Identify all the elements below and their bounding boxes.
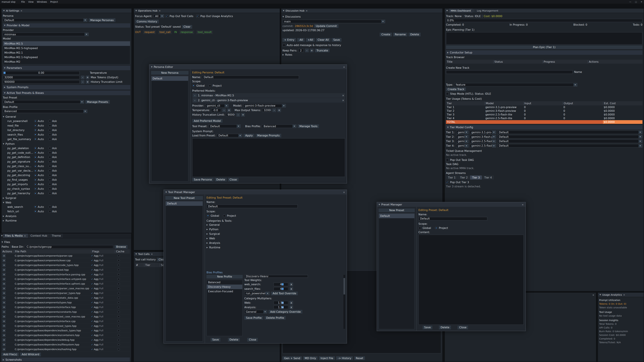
tier-persona-select[interactable]: Default▼: [497, 139, 642, 143]
remove-override-button[interactable]: x: [290, 305, 293, 309]
tier-model-select[interactable]: gemini-3-flash-preview▼: [470, 135, 496, 139]
comms-history-button[interactable]: Comms History: [135, 19, 159, 23]
apply-button[interactable]: Apply: [244, 134, 254, 137]
remove-file-button[interactable]: x: [2, 292, 6, 295]
pop-out-tool-calls-checkbox[interactable]: [166, 15, 168, 17]
ask-radio[interactable]: [48, 133, 51, 136]
max-output-input[interactable]: 32000: [262, 108, 271, 112]
epic-planning-input[interactable]: [446, 32, 642, 44]
cache-toggle[interactable]: [118, 259, 120, 262]
increment-button[interactable]: +: [86, 80, 90, 84]
collapse-arrow-icon[interactable]: ▼: [165, 191, 167, 193]
close-icon[interactable]: ×: [623, 293, 625, 296]
composer-button[interactable]: Reset: [354, 356, 365, 360]
agg-flag[interactable]: Agg: [94, 339, 98, 341]
scope-global-radio[interactable]: [206, 214, 209, 217]
remove-file-button[interactable]: x: [2, 343, 6, 346]
column-header[interactable]: Tier: [144, 264, 160, 267]
paths-label[interactable]: Paths: [2, 245, 9, 248]
tree-arrow-icon[interactable]: ▼: [282, 15, 284, 18]
agg-flag[interactable]: Agg: [94, 269, 98, 271]
full-flag[interactable]: Full: [99, 287, 103, 290]
column-header[interactable]: Status: [493, 60, 542, 63]
auto-radio[interactable]: [34, 120, 37, 122]
provider-select[interactable]: minimax ▼: [3, 32, 89, 36]
decrement-button[interactable]: -: [305, 49, 309, 52]
manage-prompts-button[interactable]: Manage Prompts: [256, 134, 281, 137]
ask-radio[interactable]: [48, 174, 51, 177]
remove-file-button[interactable]: x: [2, 348, 6, 351]
full-flag[interactable]: Full: [99, 254, 103, 257]
collapse-arrow-icon[interactable]: ▼: [4, 24, 5, 26]
cache-toggle[interactable]: [118, 339, 120, 341]
close-icon[interactable]: ×: [343, 65, 345, 68]
add-preferred-model-button[interactable]: Add Preferred Model: [192, 119, 222, 123]
delete-persona-button[interactable]: Delete: [215, 178, 227, 182]
auto-radio[interactable]: [34, 187, 37, 190]
model-select[interactable]: gemini-3-flash-preview ▼: [243, 104, 286, 108]
preset-list[interactable]: Default: [378, 213, 415, 329]
column-header[interactable]: Sc: [160, 264, 164, 267]
column-header[interactable]: File Path: [14, 250, 91, 253]
tree-arrow-icon[interactable]: ▶: [206, 228, 208, 230]
column-header[interactable]: Flags: [91, 250, 115, 253]
tree-arrow-icon[interactable]: ▶: [206, 233, 208, 235]
override-slider[interactable]: 4: [274, 287, 288, 291]
full-flag[interactable]: Full: [99, 325, 103, 327]
category-node-runtime[interactable]: ▶Runtime: [206, 245, 345, 249]
collapse-arrow-icon[interactable]: ▼: [446, 9, 448, 12]
cache-toggle[interactable]: [118, 334, 120, 337]
create-track-button[interactable]: Create Track: [446, 87, 466, 91]
persona-list[interactable]: Default: [151, 76, 188, 182]
agg-flag[interactable]: Agg: [94, 329, 98, 332]
cache-toggle[interactable]: [118, 325, 120, 327]
remove-file-button[interactable]: x: [2, 306, 6, 309]
remove-file-button[interactable]: x: [2, 315, 6, 318]
column-header[interactable]: Tier: [446, 102, 484, 105]
close-icon[interactable]: ×: [522, 203, 524, 206]
model-option[interactable]: MiniMax-M2.5-highspeed: [3, 46, 130, 50]
agg-flag[interactable]: Agg: [94, 297, 98, 299]
collapse-arrow-icon[interactable]: ▼: [447, 126, 448, 128]
system-prompts-section-header[interactable]: ▶ System Prompts: [3, 85, 130, 89]
tier-model-select[interactable]: gemini-2.5-flash-lite▼: [470, 144, 496, 148]
operations-hub-header[interactable]: ▼ Operations Hub ×: [134, 8, 280, 13]
remove-file-button[interactable]: x: [2, 254, 6, 257]
category-node-python[interactable]: ▶Python: [206, 227, 345, 231]
truncate-button[interactable]: Truncate: [315, 49, 330, 52]
close-dialog-button[interactable]: Close: [228, 178, 238, 182]
ask-radio[interactable]: [48, 210, 51, 213]
close-icon[interactable]: ×: [24, 234, 26, 237]
reorder-button[interactable]: -: [193, 94, 197, 97]
auto-radio[interactable]: [34, 147, 37, 150]
stream-tab-tier-4[interactable]: Tier 4: [482, 175, 494, 179]
ai-settings-header[interactable]: ▼ AI Settings ×: [2, 8, 132, 13]
composer-button[interactable]: MD Only: [303, 356, 318, 360]
agg-flag[interactable]: Agg: [94, 320, 98, 323]
full-flag[interactable]: Full: [99, 343, 103, 346]
decrement-button[interactable]: -: [236, 113, 240, 117]
ask-radio[interactable]: [48, 187, 51, 190]
agg-flag[interactable]: Agg: [94, 348, 98, 351]
pop-out-usage-analytics-checkbox[interactable]: [196, 15, 199, 17]
full-flag[interactable]: Full: [99, 348, 103, 351]
preferred-model-row[interactable]: -2. gemini_cli - gemini-3-flash-preview×: [192, 98, 345, 103]
temperature-input[interactable]: -0.0: [211, 108, 221, 112]
collapse-arrow-icon[interactable]: ▼: [3, 9, 4, 12]
close-dialog-button[interactable]: Close: [458, 326, 468, 329]
tool-preset-item[interactable]: Default: [166, 201, 202, 206]
menu-view[interactable]: View: [28, 1, 34, 3]
new-profile-button[interactable]: New Profile: [206, 275, 243, 279]
collapse-arrow-icon[interactable]: ▶: [4, 86, 5, 88]
increment-button[interactable]: +: [241, 113, 245, 117]
auto-radio[interactable]: [34, 165, 37, 168]
save-profile-button[interactable]: Save Profile: [244, 316, 263, 320]
discussions-tree-node[interactable]: ▼ Discussions: [282, 15, 441, 19]
tab-context-hub[interactable]: Context Hub: [28, 234, 49, 238]
agg-flag[interactable]: Agg: [94, 282, 98, 285]
full-flag[interactable]: Full: [99, 320, 103, 323]
new-persona-button[interactable]: New Persona: [151, 71, 188, 75]
discussion-select[interactable]: main ▼: [282, 19, 385, 23]
column-header[interactable]: Est. Cost: [603, 102, 642, 105]
tool-preset-manager-header[interactable]: ▼ Tool Preset Manager ×: [164, 190, 347, 194]
